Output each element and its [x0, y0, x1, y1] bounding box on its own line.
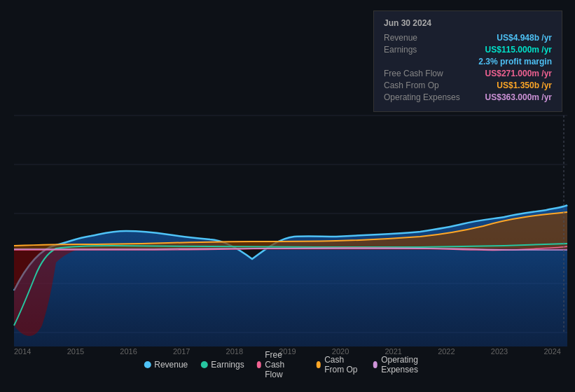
- tooltip-value-revenue: US$4.948b /yr: [497, 33, 552, 43]
- legend-item-fcf[interactable]: Free Cash Flow: [257, 350, 304, 379]
- legend-label-opex: Operating Expenses: [381, 355, 431, 374]
- tooltip-row-profit-margin: 2.3% profit margin: [384, 57, 552, 66]
- legend-item-earnings[interactable]: Earnings: [200, 360, 244, 370]
- chart-legend: Revenue Earnings Free Cash Flow Cash Fro…: [144, 350, 431, 379]
- legend-dot-earnings: [200, 361, 207, 368]
- tooltip-row-opex: Operating Expenses US$363.000m /yr: [384, 92, 552, 102]
- tooltip-row-fcf: Free Cash Flow US$271.000m /yr: [384, 69, 552, 78]
- tooltip-value-earnings: US$115.000m /yr: [485, 45, 552, 55]
- x-label-2015: 2015: [67, 347, 84, 356]
- tooltip-value-cashfromop: US$1.350b /yr: [497, 80, 552, 90]
- legend-item-cashfromop[interactable]: Cash From Op: [317, 355, 361, 374]
- chart-container: Jun 30 2024 Revenue US$4.948b /yr Earnin…: [0, 0, 575, 392]
- legend-dot-opex: [373, 361, 378, 368]
- legend-label-fcf: Free Cash Flow: [265, 350, 303, 379]
- legend-item-revenue[interactable]: Revenue: [144, 360, 188, 370]
- tooltip-label-fcf: Free Cash Flow: [384, 69, 461, 78]
- tooltip-value-profit-margin: 2.3% profit margin: [478, 57, 552, 66]
- tooltip-label-opex: Operating Expenses: [384, 92, 461, 102]
- x-label-2024: 2024: [543, 347, 560, 356]
- tooltip-row-cashfromop: Cash From Op US$1.350b /yr: [384, 80, 552, 90]
- legend-dot-cashfromop: [317, 361, 321, 368]
- tooltip-row-revenue: Revenue US$4.948b /yr: [384, 33, 552, 43]
- chart-svg: [0, 108, 575, 346]
- legend-label-revenue: Revenue: [154, 360, 188, 370]
- x-label-2016: 2016: [120, 347, 137, 356]
- tooltip-date: Jun 30 2024: [384, 18, 552, 28]
- x-label-2022: 2022: [438, 347, 455, 356]
- legend-dot-revenue: [144, 361, 151, 368]
- legend-item-opex[interactable]: Operating Expenses: [373, 355, 431, 374]
- tooltip-label-cashfromop: Cash From Op: [384, 80, 461, 90]
- x-label-2023: 2023: [491, 347, 508, 356]
- legend-dot-fcf: [257, 361, 262, 368]
- legend-label-earnings: Earnings: [211, 360, 244, 370]
- tooltip-value-opex: US$363.000m /yr: [485, 92, 552, 102]
- tooltip-card: Jun 30 2024 Revenue US$4.948b /yr Earnin…: [373, 10, 562, 112]
- tooltip-label-earnings: Earnings: [384, 45, 461, 55]
- x-label-2014: 2014: [14, 347, 31, 356]
- tooltip-row-earnings: Earnings US$115.000m /yr: [384, 45, 552, 55]
- legend-label-cashfromop: Cash From Op: [324, 355, 360, 374]
- tooltip-value-fcf: US$271.000m /yr: [485, 69, 552, 78]
- tooltip-label-revenue: Revenue: [384, 33, 461, 43]
